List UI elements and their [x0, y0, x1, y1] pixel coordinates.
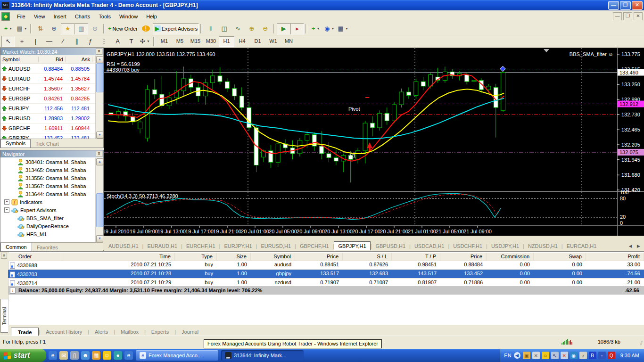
- data-window-button[interactable]: ⊕: [47, 23, 61, 34]
- navigator-account[interactable]: 313556: Osama M. Shaba: [0, 174, 96, 182]
- timeframe-mn[interactable]: MN: [281, 36, 297, 47]
- column-header-price[interactable]: Price: [295, 253, 343, 261]
- terminal-tab-journal[interactable]: Journal: [176, 327, 204, 337]
- ie2-icon[interactable]: e: [124, 351, 133, 360]
- maximize-button[interactable]: ❐: [620, 1, 631, 10]
- expert-advisors-button[interactable]: ▶Expert Advisors: [153, 23, 199, 34]
- child-restore-button[interactable]: ❐: [623, 12, 632, 20]
- chart-tab-usdcad[interactable]: USDCAD,H1: [411, 242, 448, 250]
- column-header-sl[interactable]: S / L: [343, 253, 392, 261]
- navigator-close-icon[interactable]: x: [96, 151, 102, 157]
- terminal-toggle[interactable]: ▥: [74, 23, 88, 34]
- navigator-account[interactable]: 313567: Osama M. Shaba: [0, 182, 96, 190]
- ie-icon[interactable]: e: [49, 351, 57, 360]
- scrollbar-thumb[interactable]: [96, 63, 103, 92]
- column-header-tp[interactable]: T / P: [392, 253, 440, 261]
- chart-canvas[interactable]: 133.775133.515133.250132.990132.730132.4…: [104, 48, 644, 236]
- clock[interactable]: 9:30 AM: [620, 353, 639, 358]
- column-header-symbol[interactable]: Symbol: [251, 253, 295, 261]
- chart-tab-audusd[interactable]: AUDUSD,H1: [105, 242, 142, 250]
- terminal-tab-experts[interactable]: Experts: [146, 327, 174, 337]
- expand-icon[interactable]: +: [4, 199, 9, 205]
- metaeditor-alert-icon[interactable]: !: [139, 23, 153, 34]
- zoom-out-button[interactable]: ⊖: [258, 23, 272, 34]
- chart-line-icon[interactable]: ∿: [231, 23, 245, 34]
- chart-tab-usdjpy[interactable]: USDJPY,H1: [487, 242, 523, 250]
- column-header-type[interactable]: Type: [175, 253, 217, 261]
- grid-tool[interactable]: ⋮: [97, 36, 111, 47]
- timeframe-m1[interactable]: M1: [157, 36, 172, 47]
- periods-button[interactable]: ◉▼: [322, 23, 336, 34]
- messenger-icon[interactable]: ☻: [81, 351, 90, 360]
- chart-tab-scroll-arrows[interactable]: ◀ ▶: [629, 244, 642, 250]
- navigator-account[interactable]: 313465: Osama M. Shaba: [0, 166, 96, 174]
- chart-tab-eurjpy[interactable]: EURJPY,H1: [220, 242, 256, 250]
- timeframe-d1[interactable]: D1: [250, 36, 265, 47]
- tray-close-icon[interactable]: ✕: [532, 352, 540, 359]
- menu-tools[interactable]: Tools: [94, 12, 115, 21]
- profiles-button[interactable]: ▤▼: [15, 23, 29, 34]
- close-button[interactable]: ✕: [632, 1, 643, 10]
- title-bar[interactable]: MT 313644: Infinity Markets Meta Trader …: [0, 0, 644, 10]
- minimize-button[interactable]: —: [608, 1, 619, 10]
- scroll-up-icon[interactable]: ▲: [96, 56, 103, 63]
- navigator-item-indicators[interactable]: +fIndicators: [0, 198, 96, 206]
- menu-file[interactable]: File: [13, 12, 30, 21]
- auto-scroll-toggle[interactable]: ▶: [277, 23, 290, 34]
- tray-bluetooth-icon[interactable]: B: [589, 352, 596, 359]
- timeframe-h4[interactable]: H4: [234, 36, 250, 47]
- navigator-item-expert-advisors[interactable]: −Expert Advisors: [0, 206, 96, 214]
- column-header-size[interactable]: Size: [217, 253, 251, 261]
- calendar-icon[interactable]: ▦: [92, 351, 100, 360]
- terminal-tab-alerts[interactable]: Alerts: [89, 327, 114, 337]
- menu-help[interactable]: Help: [142, 12, 161, 21]
- tray-display-icon[interactable]: ▫: [598, 352, 606, 359]
- arrows-tool[interactable]: ✣▼: [138, 36, 152, 47]
- market-watch-row[interactable]: GBPCHF1.609111.60944: [0, 123, 103, 133]
- terminal-side-tab[interactable]: Terminal: [0, 299, 8, 333]
- mail-icon[interactable]: ✉: [59, 351, 68, 360]
- chart-tab-euraud[interactable]: EURAUD,H1: [143, 242, 181, 250]
- market-watch-row[interactable]: EURCHF1.356071.35627: [0, 84, 103, 94]
- terminal-tab-mailbox[interactable]: Mailbox: [115, 327, 144, 337]
- taskbar-button-mt4[interactable]: ▂313644: Infinity Mark...: [221, 350, 304, 361]
- tray-network-error-icon[interactable]: ✕: [561, 352, 568, 359]
- market-watch-row[interactable]: EURUSD1.289831.29002: [0, 114, 103, 123]
- chart-bars-icon[interactable]: ‖: [204, 23, 217, 34]
- menu-view[interactable]: View: [30, 12, 50, 21]
- strategy-tester-button[interactable]: ⊙: [88, 23, 102, 34]
- trendline-tool[interactable]: ∕: [56, 36, 70, 47]
- timeframe-w1[interactable]: W1: [265, 36, 281, 47]
- navigator-account[interactable]: 308401: Osama M. Shaba: [0, 158, 96, 166]
- market-watch-row[interactable]: EURGBP0.842610.84285: [0, 94, 103, 104]
- timeframe-h1[interactable]: H1: [219, 36, 234, 47]
- column-header-order[interactable]: Order: [8, 253, 62, 261]
- start-button[interactable]: start: [0, 349, 46, 362]
- zoom-in-button[interactable]: ⊕: [245, 23, 258, 34]
- market-watch-row[interactable]: EURJPY112.456112.481: [0, 104, 103, 114]
- chart-tab-gbpchf[interactable]: GBPCHF,H1: [296, 242, 333, 250]
- text-tool[interactable]: A: [111, 36, 124, 47]
- new-chart-button[interactable]: +▼: [1, 23, 15, 34]
- indicators-button[interactable]: +▼: [309, 23, 322, 34]
- column-header-price[interactable]: Price: [440, 253, 487, 261]
- market-watch-row[interactable]: AUDUSD0.884840.88505: [0, 64, 103, 74]
- market-watch-scrollbar[interactable]: ▲ ▼: [95, 56, 103, 139]
- timeframe-m5[interactable]: M5: [172, 36, 188, 47]
- column-header-profit[interactable]: Profit: [586, 253, 644, 261]
- chart-tab-usdchf[interactable]: USDCHF,H1: [449, 242, 486, 250]
- order-row[interactable]: 43307032010.07.21 10:28buy1.00gbpjpy133.…: [8, 270, 644, 279]
- cursor-tool[interactable]: ↖: [1, 36, 15, 47]
- column-header-commission[interactable]: Commission: [487, 253, 534, 261]
- child-close-button[interactable]: ✕: [634, 12, 643, 20]
- market-watch-toggle[interactable]: ⇅: [33, 23, 47, 34]
- navigator-expert[interactable]: HFS_M1: [0, 230, 96, 238]
- tab-symbols[interactable]: Symbols: [0, 139, 31, 148]
- terminal-tab-account-history[interactable]: Account History: [40, 327, 88, 337]
- label-tool[interactable]: T: [124, 36, 138, 47]
- menu-window[interactable]: Window: [115, 12, 142, 21]
- market-watch-row[interactable]: EURAUD1.457441.45784: [0, 74, 103, 84]
- new-order-button[interactable]: +New Order: [107, 23, 139, 34]
- smiley-icon[interactable]: ☺: [103, 351, 111, 360]
- chart-shift-toggle[interactable]: ▸: [290, 23, 304, 34]
